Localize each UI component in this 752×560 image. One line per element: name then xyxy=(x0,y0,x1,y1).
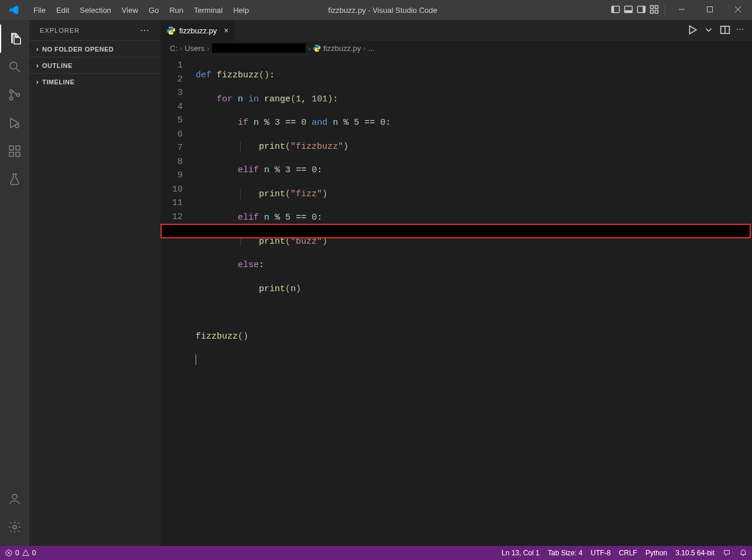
line-number: 9 xyxy=(160,169,196,183)
python-file-icon xyxy=(313,44,321,52)
svg-point-26 xyxy=(169,27,170,28)
svg-rect-7 xyxy=(655,5,658,8)
svg-rect-20 xyxy=(9,146,13,150)
breadcrumb-file[interactable]: fizzbuzz.py xyxy=(323,44,361,53)
menu-file[interactable]: File xyxy=(28,1,51,19)
chevron-right-icon: › xyxy=(33,62,42,70)
menu-terminal[interactable]: Terminal xyxy=(189,1,228,19)
chevron-right-icon: › xyxy=(33,45,42,53)
status-cursor-position[interactable]: Ln 13, Col 1 xyxy=(501,549,539,557)
line-number: 12 xyxy=(160,210,196,224)
menu-edit[interactable]: Edit xyxy=(51,1,74,19)
svg-point-19 xyxy=(15,124,19,128)
section-outline[interactable]: › OUTLINE xyxy=(29,57,160,73)
menu-go[interactable]: Go xyxy=(143,1,164,19)
editor-more-icon[interactable]: ⋯ xyxy=(736,25,744,37)
line-number: 10 xyxy=(160,183,196,197)
svg-rect-8 xyxy=(651,10,654,13)
code-content[interactable]: def fizzbuzz(): for n in range(1, 101): … xyxy=(196,55,752,546)
breadcrumbs[interactable]: C: › Users › › fizzbuzz.py › ... xyxy=(160,41,752,55)
menu-view[interactable]: View xyxy=(117,1,143,19)
breadcrumb-users[interactable]: Users xyxy=(184,44,204,53)
breadcrumb-sep-icon: › xyxy=(363,44,365,53)
svg-point-16 xyxy=(10,90,13,93)
window-maximize-button[interactable] xyxy=(696,0,724,21)
section-no-folder-opened[interactable]: › NO FOLDER OPENED xyxy=(29,40,160,57)
tab-fizzbuzz[interactable]: fizzbuzz.py × xyxy=(160,20,235,41)
status-bar: 0 0 Ln 13, Col 1 Tab Size: 4 UTF-8 CRLF … xyxy=(0,546,752,560)
titlebar: File Edit Selection View Go Run Terminal… xyxy=(0,0,752,20)
section-label: OUTLINE xyxy=(42,62,73,69)
activity-explorer-icon[interactable] xyxy=(0,25,29,53)
split-editor-icon[interactable] xyxy=(720,25,730,37)
breadcrumb-symbols[interactable]: ... xyxy=(368,44,375,53)
svg-point-14 xyxy=(10,62,17,69)
status-warning-count: 0 xyxy=(32,549,36,557)
window-minimize-button[interactable] xyxy=(668,0,696,21)
section-label: TIMELINE xyxy=(42,78,74,86)
activity-testing-icon[interactable] xyxy=(0,165,29,193)
status-python-version[interactable]: 3.10.5 64-bit xyxy=(675,549,715,557)
menu-run[interactable]: Run xyxy=(164,1,189,19)
line-number: 8 xyxy=(160,155,196,169)
warning-icon xyxy=(22,549,30,557)
toggle-secondary-sidebar-icon[interactable] xyxy=(637,5,646,16)
customize-layout-icon[interactable] xyxy=(650,5,659,16)
line-number-gutter: 1 2 3 4 5 6 7 8 9 10 11 12 13 xyxy=(160,55,196,546)
app-menu: File Edit Selection View Go Run Terminal… xyxy=(28,1,254,19)
status-language-mode[interactable]: Python xyxy=(645,549,667,557)
menu-help[interactable]: Help xyxy=(228,1,254,19)
line-number: 11 xyxy=(160,196,196,210)
line-number: 1 xyxy=(160,59,196,73)
svg-rect-5 xyxy=(643,6,645,12)
activity-settings-icon[interactable] xyxy=(0,513,29,541)
status-eol[interactable]: CRLF xyxy=(619,549,637,557)
activity-extensions-icon[interactable] xyxy=(0,137,29,165)
svg-line-15 xyxy=(16,69,20,72)
svg-rect-3 xyxy=(625,10,633,12)
svg-point-18 xyxy=(17,94,20,97)
breadcrumb-sep-icon: › xyxy=(207,44,209,53)
status-encoding[interactable]: UTF-8 xyxy=(591,549,611,557)
breadcrumb-root[interactable]: C: xyxy=(170,44,177,53)
activity-accounts-icon[interactable] xyxy=(0,485,29,513)
tab-label: fizzbuzz.py xyxy=(179,26,217,35)
svg-rect-22 xyxy=(16,152,20,156)
svg-point-27 xyxy=(172,33,173,34)
toggle-panel-icon[interactable] xyxy=(624,5,633,16)
run-file-icon[interactable] xyxy=(687,25,698,37)
svg-rect-21 xyxy=(9,152,13,156)
run-dropdown-icon[interactable] xyxy=(703,25,714,37)
svg-rect-1 xyxy=(612,6,614,12)
tab-bar: fizzbuzz.py × ⋯ xyxy=(160,20,752,41)
breadcrumb-sep-icon: › xyxy=(180,44,182,53)
vscode-logo-icon xyxy=(0,5,28,15)
section-timeline[interactable]: › TIMELINE xyxy=(29,73,160,90)
chevron-right-icon: › xyxy=(33,78,42,86)
line-number: 5 xyxy=(160,114,196,128)
status-indentation[interactable]: Tab Size: 4 xyxy=(548,549,582,557)
activity-search-icon[interactable] xyxy=(0,53,29,81)
menu-selection[interactable]: Selection xyxy=(74,1,116,19)
layout-controls xyxy=(605,5,665,16)
explorer-sidebar: EXPLORER ⋯ › NO FOLDER OPENED › OUTLINE … xyxy=(29,20,160,546)
sidebar-more-icon[interactable]: ⋯ xyxy=(140,25,150,36)
section-label: NO FOLDER OPENED xyxy=(42,46,114,53)
line-number: 3 xyxy=(160,86,196,100)
status-feedback-icon[interactable] xyxy=(723,549,731,557)
activity-source-control-icon[interactable] xyxy=(0,81,29,109)
window-close-button[interactable] xyxy=(724,0,752,21)
status-notifications-icon[interactable] xyxy=(739,549,747,557)
status-problems[interactable]: 0 0 xyxy=(5,549,36,557)
error-icon xyxy=(5,549,13,557)
svg-point-25 xyxy=(13,525,16,529)
line-number: 7 xyxy=(160,141,196,155)
line-number: 6 xyxy=(160,128,196,142)
window-title: fizzbuzz.py - Visual Studio Code xyxy=(254,6,605,15)
line-number: 2 xyxy=(160,73,196,87)
editor-actions: ⋯ xyxy=(679,25,752,37)
code-editor[interactable]: 1 2 3 4 5 6 7 8 9 10 11 12 13 def fizzbu… xyxy=(160,55,752,546)
toggle-primary-sidebar-icon[interactable] xyxy=(611,5,620,16)
activity-run-debug-icon[interactable] xyxy=(0,109,29,137)
tab-close-icon[interactable]: × xyxy=(220,26,228,35)
